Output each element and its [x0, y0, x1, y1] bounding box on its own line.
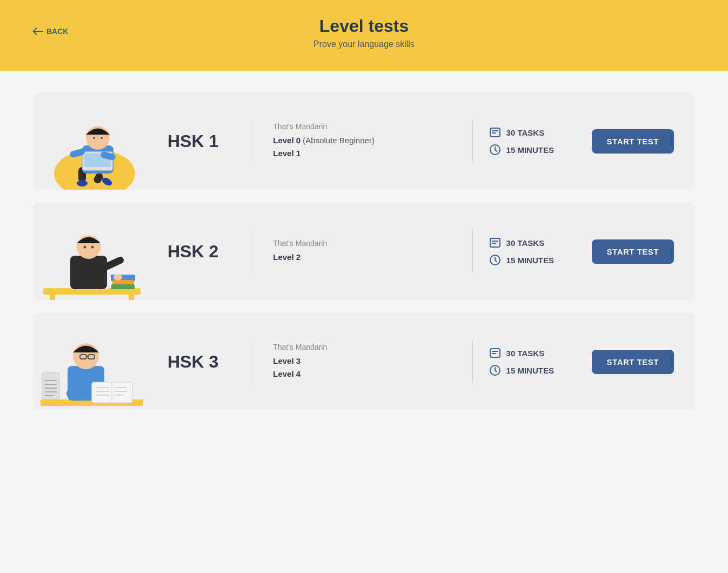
divider-2a: [251, 230, 251, 273]
back-label: BACK: [46, 27, 68, 36]
clock-icon-2: [489, 254, 501, 266]
hsk1-tasks-label: 30 TASKS: [506, 128, 545, 137]
hsk2-provider: That's Mandarin: [273, 239, 450, 248]
hsk1-meta: 30 TASKS 15 MINUTES: [489, 126, 576, 156]
svg-point-24: [84, 246, 86, 249]
divider-3b: [472, 340, 473, 383]
back-button[interactable]: BACK: [32, 27, 68, 36]
hsk1-start-button[interactable]: START TEST: [592, 129, 674, 154]
hsk3-meta: 30 TASKS 15 MINUTES: [489, 347, 576, 376]
hsk2-levels: Level 2: [273, 251, 450, 264]
page-subtitle: Prove your language skills: [32, 39, 696, 49]
svg-point-27: [113, 274, 122, 281]
hsk3-tasks-label: 30 TASKS: [506, 349, 545, 358]
hsk3-level-name: HSK 3: [151, 352, 235, 372]
svg-rect-22: [70, 256, 107, 289]
hsk1-provider: That's Mandarin: [273, 122, 450, 131]
svg-rect-16: [50, 292, 55, 300]
tasks-icon-2: [489, 237, 501, 249]
illustration-hsk3: [32, 313, 151, 410]
hsk3-level-4: Level 4: [273, 369, 300, 378]
illustration-hsk1: [32, 92, 151, 190]
test-card-hsk3: HSK 3 That's Mandarin Level 3 Level 4 30…: [32, 313, 696, 410]
hsk2-description: That's Mandarin Level 2: [268, 239, 456, 264]
tasks-icon-3: [489, 347, 501, 359]
hsk1-level-0-note: (Absolute Beginner): [303, 136, 375, 145]
illustration-hsk2: [32, 203, 151, 300]
test-card-hsk1: HSK 1 That's Mandarin Level 0 (Absolute …: [32, 92, 696, 190]
tasks-icon: [489, 126, 501, 138]
svg-point-25: [91, 246, 94, 249]
hsk3-levels: Level 3 Level 4: [273, 355, 450, 381]
back-arrow-icon: [32, 28, 43, 35]
hsk1-illustration-svg: [38, 98, 146, 190]
hsk2-tasks: 30 TASKS: [489, 237, 576, 249]
header: BACK Level tests Prove your language ski…: [0, 0, 728, 71]
hsk2-meta: 30 TASKS 15 MINUTES: [489, 237, 576, 266]
hsk3-description: That's Mandarin Level 3 Level 4: [268, 343, 456, 381]
hsk3-tasks: 30 TASKS: [489, 347, 576, 359]
svg-point-3: [77, 180, 88, 186]
divider-2b: [472, 230, 473, 273]
svg-rect-20: [111, 284, 135, 289]
test-card-hsk2: HSK 2 That's Mandarin Level 2 30 TASKS: [32, 203, 696, 300]
page-title: Level tests: [32, 16, 696, 36]
divider-1a: [251, 119, 251, 163]
hsk2-level-name: HSK 2: [151, 242, 235, 262]
hsk3-illustration-svg: [38, 318, 146, 410]
hsk1-minutes-label: 15 MINUTES: [506, 145, 554, 155]
svg-point-8: [101, 137, 103, 139]
hsk2-start-button[interactable]: START TEST: [592, 239, 674, 264]
hsk3-minutes-label: 15 MINUTES: [506, 366, 554, 375]
hsk3-level-3: Level 3: [273, 356, 300, 365]
hsk3-minutes: 15 MINUTES: [489, 364, 576, 376]
hsk1-level-name: HSK 1: [151, 131, 235, 151]
hsk1-level-0: Level 0: [273, 136, 300, 145]
divider-3a: [251, 340, 251, 383]
hsk2-level-2: Level 2: [273, 252, 300, 262]
clock-icon: [489, 144, 501, 156]
hsk2-illustration-svg: [38, 208, 146, 300]
hsk2-tasks-label: 30 TASKS: [506, 238, 545, 248]
hsk1-tasks: 30 TASKS: [489, 126, 576, 138]
hsk1-level-1: Level 1: [273, 149, 300, 158]
hsk1-levels: Level 0 (Absolute Beginner) Level 1: [273, 134, 450, 160]
test-list: HSK 1 That's Mandarin Level 0 (Absolute …: [0, 71, 728, 432]
hsk3-provider: That's Mandarin: [273, 343, 450, 351]
hsk3-start-button[interactable]: START TEST: [592, 350, 674, 374]
hsk2-minutes: 15 MINUTES: [489, 254, 576, 266]
divider-1b: [472, 119, 473, 163]
hsk2-minutes-label: 15 MINUTES: [506, 256, 554, 265]
hsk1-description: That's Mandarin Level 0 (Absolute Beginn…: [268, 122, 456, 160]
clock-icon-3: [489, 364, 501, 376]
hsk1-minutes: 15 MINUTES: [489, 144, 576, 156]
svg-rect-17: [129, 292, 134, 300]
svg-point-7: [93, 137, 95, 139]
